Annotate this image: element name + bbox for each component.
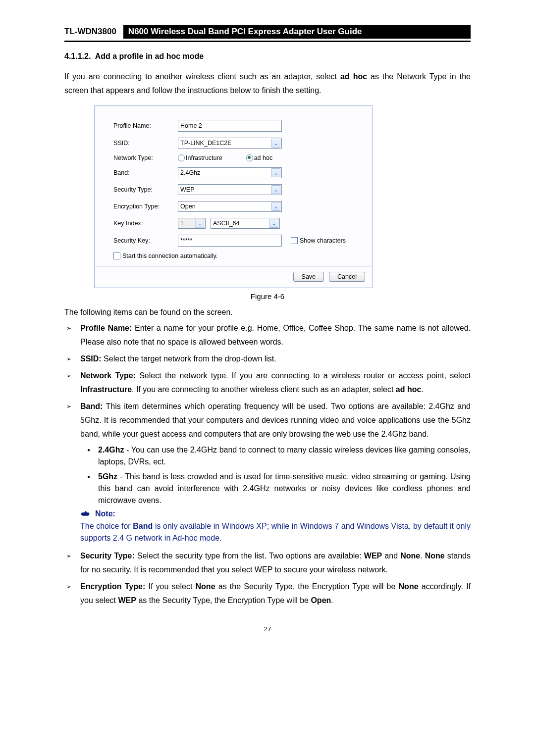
page-header: TL-WDN3800 N600 Wireless Dual Band PCI E… (64, 25, 471, 42)
dialog-figure: Profile Name: SSID: TP-LINK_DE1C2E ⌄ Net… (94, 105, 471, 288)
chevron-down-icon: ⌄ (271, 139, 280, 148)
list-item: Band: This item determines which operati… (80, 400, 471, 506)
security-key-input[interactable] (178, 235, 282, 247)
infrastructure-radio-label: Infrastructure (186, 154, 222, 161)
key-index-dropdown[interactable]: 1 ⌄ (178, 218, 206, 229)
ssid-label: SSID: (113, 140, 178, 147)
chevron-down-icon: ⌄ (269, 219, 278, 228)
model-number: TL-WDN3800 (64, 25, 116, 39)
list-item: Security Type: Select the security type … (80, 549, 471, 577)
encryption-type-dropdown[interactable]: Open ⌄ (178, 201, 282, 212)
infrastructure-radio[interactable] (178, 154, 185, 161)
chevron-down-icon: ⌄ (271, 168, 280, 177)
chevron-down-icon: ⌄ (271, 185, 280, 194)
band-dropdown[interactable]: 2.4Ghz ⌄ (178, 167, 282, 178)
list-item: 5Ghz - This band is less crowded and is … (98, 471, 471, 506)
list-item: Profile Name: Enter a name for your prof… (80, 321, 471, 349)
page-number: 27 (64, 625, 471, 633)
profile-name-input[interactable] (178, 120, 282, 132)
section-heading: 4.1.1.2. Add a profile in ad hoc mode (64, 52, 471, 61)
key-index-label: Key Index: (113, 220, 178, 227)
adhoc-radio[interactable] (246, 154, 253, 161)
section-title: Add a profile in ad hoc mode (95, 52, 204, 60)
band-label: Band: (113, 169, 178, 176)
profile-dialog: Profile Name: SSID: TP-LINK_DE1C2E ⌄ Net… (94, 105, 373, 288)
intro-paragraph: If you are connecting to another wireles… (64, 70, 471, 98)
encryption-type-label: Encryption Type: (113, 203, 178, 210)
security-type-label: Security Type: (113, 186, 178, 193)
note-text: The choice for Band is only available in… (80, 520, 471, 544)
section-number: 4.1.1.2. (64, 52, 91, 60)
list-item: 2.4Ghz - You can use the 2.4GHz band to … (98, 444, 471, 468)
key-format-dropdown[interactable]: ASCII_64 ⌄ (211, 218, 280, 229)
pointing-hand-icon (80, 510, 91, 518)
security-type-dropdown[interactable]: WEP ⌄ (178, 184, 282, 195)
show-characters-label: Show characters (300, 237, 346, 244)
ssid-dropdown[interactable]: TP-LINK_DE1C2E ⌄ (178, 138, 282, 149)
list-item: Encryption Type: If you select None as t… (80, 580, 471, 607)
note-heading: Note: (95, 509, 115, 518)
network-type-label: Network Type: (113, 154, 178, 161)
chevron-down-icon: ⌄ (271, 202, 280, 211)
figure-caption: Figure 4-6 (64, 292, 471, 301)
chevron-down-icon: ⌄ (195, 219, 204, 228)
list-intro: The following items can be found on the … (64, 305, 471, 319)
list-item: SSID: Select the target network from the… (80, 352, 471, 366)
adhoc-radio-label: ad hoc (254, 154, 273, 161)
list-item: Network Type: Select the network type. I… (80, 369, 471, 397)
auto-start-label: Start this connection automatically. (122, 252, 217, 259)
show-characters-checkbox[interactable] (291, 237, 298, 244)
security-key-label: Security Key: (113, 237, 178, 244)
auto-start-checkbox[interactable] (113, 252, 120, 259)
profile-name-label: Profile Name: (113, 122, 178, 129)
cancel-button[interactable]: Cancel (329, 272, 365, 282)
save-button[interactable]: Save (293, 272, 324, 282)
note-block: Note: The choice for Band is only availa… (80, 509, 471, 544)
guide-title: N600 Wireless Dual Band PCI Express Adap… (123, 25, 471, 39)
